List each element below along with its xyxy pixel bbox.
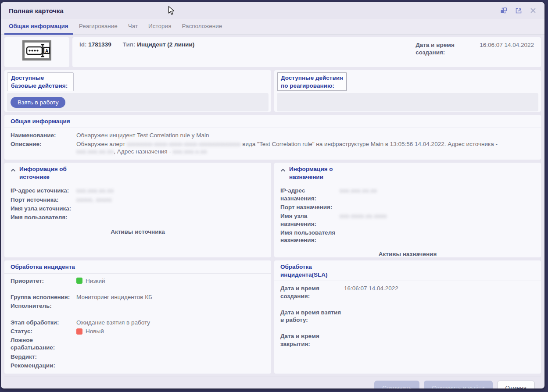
collapse-windows-icon[interactable]: [500, 7, 508, 14]
general-info-title: Общая информация: [11, 118, 70, 125]
destination-host-value: xxx-xxxx.xx.xxxx: [340, 212, 535, 228]
tab-chat[interactable]: Чат: [124, 19, 142, 35]
response-actions-label: Доступные действия по реагированию:: [277, 72, 347, 91]
source-host-label: Имя узла источника:: [11, 205, 76, 212]
response-actions-panel: Доступные действия по реагированию:: [274, 70, 541, 112]
sla-created-value: 16:06:07 14.04.2022: [344, 285, 535, 300]
source-user-label: Имя пользователя:: [11, 214, 76, 221]
open-in-new-window-icon[interactable]: [515, 7, 523, 14]
assignee-value: [76, 302, 265, 310]
basic-actions-label: Доступные базовые действия:: [7, 72, 74, 91]
tab-location[interactable]: Расположение: [177, 19, 226, 35]
description-value: Обнаружен алерт xxxxxxxx-xxxx-xxxx-xxxx-…: [76, 140, 535, 156]
sla-taken-value: [344, 309, 535, 324]
sla-created-label: Дата и время создания:: [280, 285, 344, 300]
source-ip-value: xxx.xxx.xx.xx: [76, 187, 265, 194]
full-card-dialog: Полная карточка: [1, 2, 544, 388]
destination-info-title: Информация о назначении: [289, 165, 356, 181]
basic-actions-area: Взять в работу: [7, 93, 269, 111]
destination-info-panel: Информация о назначении IP-адрес назначе…: [274, 163, 541, 257]
close-icon[interactable]: [530, 7, 537, 14]
footer-actions: Сохранить Сохранить и выйти Отмена: [4, 377, 541, 388]
processing-stage-value: Ожидание взятия в работу: [76, 319, 265, 326]
name-label: Наименование:: [11, 132, 76, 139]
destination-ip-value: xxx.xxx.xx.xx: [340, 187, 535, 202]
execution-group-label: Группа исполнения:: [11, 293, 76, 301]
destination-port-value: [340, 203, 535, 211]
source-port-label: Порт источника:: [11, 196, 76, 203]
basic-actions-panel: Доступные базовые действия: Взять в рабо…: [4, 70, 271, 112]
collapse-source-chevron-icon[interactable]: [11, 167, 16, 173]
redacted-destination-address: xxx.xxx.x.xx: [173, 148, 207, 155]
source-user-value: [76, 214, 265, 221]
incident-sla-panel: Обработка инцидента(SLA) Дата и время со…: [274, 260, 541, 374]
save-and-exit-button[interactable]: Сохранить и выйти: [424, 381, 492, 388]
status-badge: Новый: [76, 328, 265, 335]
description-label: Описание:: [11, 140, 76, 156]
source-ip-label: IP-адрес источника:: [11, 187, 76, 194]
sla-taken-label: Дата и время взятия в работу:: [280, 309, 344, 324]
take-to-work-button[interactable]: Взять в работу: [11, 97, 65, 108]
incident-sla-title: Обработка инцидента(SLA): [280, 263, 347, 278]
source-port-value: xxxxx, xxxxx: [76, 196, 265, 203]
header-summary-panel: Id: 1781339 Тип: Инцидент (2 линии) Дата…: [72, 37, 541, 67]
type-value: Инцидент (2 линии): [137, 41, 194, 48]
source-info-title: Информация об источнике: [19, 165, 86, 181]
general-info-panel: Общая информация Наименование: Обнаружен…: [4, 115, 541, 160]
redacted-alert-id: xxxxxxxx-xxxx-xxxx-xxxx-xxxxxxxxxxxxx: [127, 141, 240, 147]
recommendations-label: Рекомендации:: [11, 362, 76, 369]
creation-datetime: Дата и время создания: 16:06:07 14.04.20…: [415, 41, 534, 57]
recommendations-value: [76, 362, 265, 369]
type-label: Тип:: [123, 41, 136, 48]
id-label: Id:: [79, 41, 87, 48]
source-host-value: [76, 205, 265, 212]
priority-low-swatch: [76, 278, 82, 284]
assignee-label: Исполнитель:: [11, 302, 76, 310]
incident-id: Id: 1781339: [79, 41, 111, 48]
priority-value: Низкий: [76, 277, 265, 285]
titlebar: Полная карточка: [1, 2, 544, 19]
incident-processing-panel: Обработка инцидента Приоритет: Низкий Гр…: [4, 260, 271, 374]
collapse-destination-chevron-icon[interactable]: [280, 167, 286, 173]
status-new-swatch: [76, 328, 82, 335]
id-value: 1781339: [88, 41, 111, 48]
verdict-label: Вердикт:: [11, 353, 76, 360]
incident-type: Тип: Инцидент (2 линии): [123, 41, 194, 48]
false-positive-label: Ложное срабатывание:: [11, 336, 76, 352]
destination-host-label: Имя узла назначения:: [280, 212, 340, 228]
destination-port-label: Порт назначения:: [280, 203, 340, 211]
incident-type-icon-panel: A: [4, 37, 69, 67]
card-content: A Id: 1781339 Тип: Инцидент (2 линии): [1, 35, 544, 388]
false-positive-value: [76, 336, 265, 352]
dialog-title: Полная карточка: [9, 7, 64, 14]
destination-user-label: Имя пользователя назначения:: [280, 229, 340, 244]
status-label: Статус:: [11, 328, 76, 335]
sla-closed-label: Дата и время закрытия:: [280, 332, 344, 348]
creation-datetime-label: Дата и время создания:: [415, 41, 467, 57]
tab-response[interactable]: Реагирование: [75, 19, 122, 35]
source-info-panel: Информация об источнике IP-адрес источни…: [4, 163, 271, 257]
name-value: Обнаружен инцидент Test Correlation rule…: [76, 132, 535, 139]
incident-type-icon: A: [22, 40, 51, 67]
destination-assets-label: Активы назначения: [274, 251, 541, 257]
incident-processing-title: Обработка инцидента: [11, 263, 75, 271]
redacted-source-address: xxx.xxx.xx.xx: [76, 148, 114, 155]
save-button[interactable]: Сохранить: [374, 381, 419, 388]
cancel-button[interactable]: Отмена: [497, 381, 535, 388]
verdict-value: [76, 353, 265, 360]
response-actions-area: [277, 93, 538, 111]
destination-ip-label: IP-адрес назначения:: [280, 187, 340, 202]
tab-history[interactable]: История: [144, 19, 176, 35]
tab-general-info[interactable]: Общая информация: [4, 19, 73, 35]
destination-user-value: [340, 229, 535, 244]
source-assets-label: Активы источника: [4, 228, 271, 235]
execution-group-value: Мониторинг инцидентов КБ: [76, 293, 265, 301]
svg-text:A: A: [45, 49, 48, 53]
sla-closed-value: [344, 332, 535, 348]
priority-label: Приоритет:: [11, 277, 76, 285]
processing-stage-label: Этап обработки:: [11, 319, 76, 326]
tab-bar: Общая информация Реагирование Чат Истори…: [1, 19, 544, 35]
creation-datetime-value: 16:06:07 14.04.2022: [480, 41, 534, 57]
